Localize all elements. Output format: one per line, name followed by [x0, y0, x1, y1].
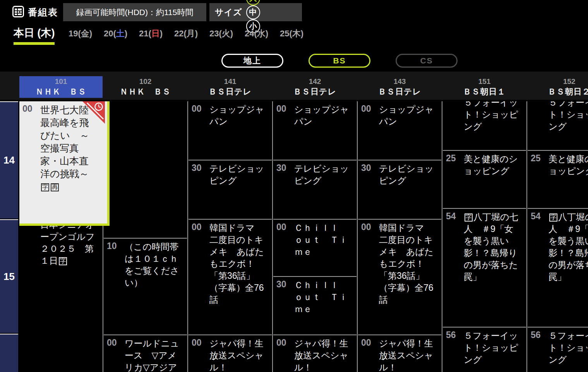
- program-cell-ch102-cont[interactable]: [104, 101, 187, 238]
- channel-header-101[interactable]: 101ＮＨＫ ＢＳ: [19, 76, 103, 98]
- program-cell-ch152-56[interactable]: 56５フォーイット！ショッピング: [528, 327, 588, 372]
- date-tab-weekday: 月: [187, 29, 195, 38]
- channel-header-strip: 101ＮＨＫ ＢＳ102ＮＨＫ ＢＳ141ＢＳ日テレ142ＢＳ日テレ143ＢＳ日…: [0, 72, 588, 100]
- program-title: 韓国ドラマ 二度目のトキメキ あばたもエクボ！「第36話」（字幕）全76話: [209, 222, 268, 306]
- channel-header-102[interactable]: 102ＮＨＫ ＢＳ: [104, 76, 187, 98]
- hour-label: 15: [3, 271, 15, 283]
- hour-label: 14: [3, 154, 15, 166]
- date-tab-20[interactable]: 20(土): [104, 28, 127, 39]
- date-tab-today[interactable]: 本日 (木): [14, 26, 55, 45]
- program-cell-ch143-30[interactable]: 30テレビショッピング: [358, 160, 441, 219]
- program-cell-ch141-00[interactable]: 00韓国ドラマ 二度目のトキメキ あばたもエクボ！「第36話」（字幕）全76話: [189, 219, 272, 334]
- date-tab-24[interactable]: 24(水): [245, 28, 268, 39]
- size-option-大[interactable]: 大: [246, 0, 260, 5]
- channel-header-151[interactable]: 151ＢＳ朝日１: [443, 76, 526, 98]
- time-axis-hour-14: 14: [0, 101, 18, 218]
- program-title: ５フォーイット！ショッピング: [464, 101, 522, 133]
- program-cell-inner: 56５フォーイット！ショッピング: [443, 328, 526, 372]
- channel-name: ＮＨＫ ＢＳ: [120, 86, 171, 97]
- program-cell-inner: ５フォーイット！ショッピング: [528, 101, 588, 150]
- size-option-中[interactable]: 中: [246, 5, 260, 19]
- program-cell-ch151-54[interactable]: 54字八丁堀の七人 ＃9「女を襲う黒い影！？島帰りの男が落ちた罠」: [443, 208, 526, 327]
- active-tab-underline: [14, 42, 55, 45]
- column-separator: [442, 101, 442, 372]
- program-cell-inner: 00ワールドニュース ▽アメリカ▽アジア字: [104, 335, 187, 372]
- program-start-minute: 00: [107, 338, 117, 348]
- date-tab-21[interactable]: 21(日): [139, 28, 163, 39]
- program-cell-ch151-56[interactable]: 56５フォーイット！ショッピング: [443, 327, 526, 372]
- date-tab-22[interactable]: 22(月): [174, 28, 198, 39]
- band-tab-row: 地上BSCS: [0, 50, 588, 72]
- program-title: 美と健康のショッピング: [464, 153, 522, 177]
- channel-number: 142: [309, 77, 321, 86]
- program-title: ショップジャパン: [209, 104, 268, 128]
- program-start-minute: 00: [192, 104, 202, 114]
- date-tab-weekday: 水: [257, 29, 266, 38]
- program-cell-ch101-cont[interactable]: 日本シニアオープンゴルフ２０２５ 第１日字: [19, 226, 103, 372]
- program-title: （この時間帯は１０１ｃｈをご覧ください）: [125, 241, 183, 289]
- program-cell-ch102-00[interactable]: 00ワールドニュース ▽アメリカ▽アジア字: [104, 334, 187, 372]
- program-cell-ch141-00[interactable]: 00ジャパ得！生放送スペシャル！: [189, 334, 272, 372]
- program-cell-ch142-00[interactable]: 00ジャパ得！生放送スペシャル！: [273, 334, 357, 372]
- band-tab-CS[interactable]: CS: [396, 54, 458, 68]
- column-separator: [187, 101, 188, 372]
- program-cell-ch102-10[interactable]: 10（この時間帯は１０１ｃｈをご覧ください）: [104, 238, 187, 334]
- program-start-minute: 56: [531, 330, 541, 340]
- program-title: 韓国ドラマ 二度目のトキメキ あばたもエクボ！「第36話」（字幕）全76話: [379, 222, 437, 306]
- band-tab-BS[interactable]: BS: [309, 54, 370, 68]
- program-cell-ch142-00[interactable]: 00ショップジャパン: [273, 101, 357, 160]
- program-cell-ch151-25[interactable]: 25美と健康のショッピング: [443, 150, 526, 208]
- program-cell-inner: 25美と健康のショッピング: [443, 151, 526, 208]
- channel-number: 143: [394, 77, 406, 86]
- program-cell-inner: ５フォーイット！ショッピング: [443, 101, 526, 150]
- epg-screen: 番組表 録画可能時間(HDD)：約115時間 サイズ 大中小 本日 (木)19(…: [0, 0, 588, 372]
- channel-header-143[interactable]: 143ＢＳ日テレ: [358, 76, 441, 98]
- hdd-remaining-time: 録画可能時間(HDD)：約115時間: [63, 3, 206, 21]
- program-start-minute: 00: [192, 338, 202, 348]
- channel-number: 101: [55, 77, 67, 86]
- program-cell-ch101-00[interactable]: 00世界七大陸最高峰を飛びたい ～空撮写真家・山本直洋の挑戦～字再: [19, 101, 110, 226]
- program-cell-inner: 10（この時間帯は１０１ｃｈをご覧ください）: [104, 239, 187, 334]
- channel-header-141[interactable]: 141ＢＳ日テレ: [189, 76, 272, 98]
- top-bar: 番組表 録画可能時間(HDD)：約115時間 サイズ 大中小: [0, 0, 588, 24]
- time-axis-hour-partial: [0, 334, 18, 372]
- program-start-minute: 54: [531, 211, 541, 222]
- channel-header-152[interactable]: 152ＢＳ朝日２: [528, 76, 588, 98]
- program-start-minute: 00: [22, 104, 33, 114]
- program-cell-ch152-54[interactable]: 54字八丁堀の七人 ＃9「女を襲う黒い影！？島帰りの男が落ちた罠」: [528, 208, 588, 327]
- band-tab-地上[interactable]: 地上: [221, 54, 283, 68]
- program-cell-ch142-00[interactable]: 00Ｃｈｉｌｌ ｏｕｔ Ｔｉｍｅ: [273, 219, 357, 276]
- program-title: ショップジャパン: [294, 104, 353, 128]
- program-cell-ch152-25[interactable]: 25美と健康のショッピング: [528, 150, 588, 208]
- program-cell-inner: 30テレビショッピング: [358, 160, 441, 219]
- program-title: ジャパ得！生放送スペシャル！: [294, 338, 353, 372]
- date-tab-label: 本日 (木): [14, 27, 55, 39]
- program-cell-inner: 00韓国ドラマ 二度目のトキメキ あばたもエクボ！「第36話」（字幕）全76話: [358, 220, 441, 334]
- channel-header-142[interactable]: 142ＢＳ日テレ: [273, 76, 357, 98]
- attribute-badge-字: 字: [465, 213, 473, 222]
- program-cell-ch143-00[interactable]: 00ショップジャパン: [358, 101, 441, 160]
- program-cell-ch143-00[interactable]: 00韓国ドラマ 二度目のトキメキ あばたもエクボ！「第36話」（字幕）全76話: [358, 219, 441, 334]
- program-start-minute: 00: [276, 104, 286, 114]
- program-cell-ch143-00[interactable]: 00ジャパ得！生放送スペシャル！: [358, 334, 441, 372]
- epg-grid-icon: [12, 6, 24, 19]
- program-cell-inner: 30テレビショッピング: [189, 160, 272, 219]
- program-cell-ch141-30[interactable]: 30テレビショッピング: [189, 160, 272, 219]
- program-cell-ch142-30[interactable]: 30テレビショッピング: [273, 160, 357, 219]
- program-cell-ch142-30[interactable]: 30Ｃｈｉｌｌ ｏｕｔ Ｔｉｍｅ: [273, 276, 357, 334]
- date-tab-23[interactable]: 23(火): [209, 28, 233, 39]
- program-start-minute: 00: [276, 338, 286, 348]
- date-tab-25[interactable]: 25(木): [280, 28, 303, 39]
- date-tab-weekday: 火: [222, 29, 230, 38]
- program-cell-inner: 00Ｃｈｉｌｌ ｏｕｔ Ｔｉｍｅ: [273, 220, 357, 276]
- program-title: ５フォーイット！ショッピング: [549, 101, 588, 133]
- program-start-minute: 54: [446, 211, 456, 222]
- channel-number: 152: [563, 77, 576, 86]
- program-cell-ch141-00[interactable]: 00ショップジャパン: [189, 101, 272, 160]
- date-tab-19[interactable]: 19(金): [69, 28, 92, 39]
- program-start-minute: 30: [276, 279, 286, 290]
- program-cell-ch151-cont[interactable]: ５フォーイット！ショッピング: [443, 101, 526, 150]
- program-title: ジャパ得！生放送スペシャル！: [379, 338, 437, 372]
- program-cell-inner: 54字八丁堀の七人 ＃9「女を襲う黒い影！？島帰りの男が落ちた罠」: [443, 209, 526, 327]
- program-cell-ch152-cont[interactable]: ５フォーイット！ショッピング: [528, 101, 588, 150]
